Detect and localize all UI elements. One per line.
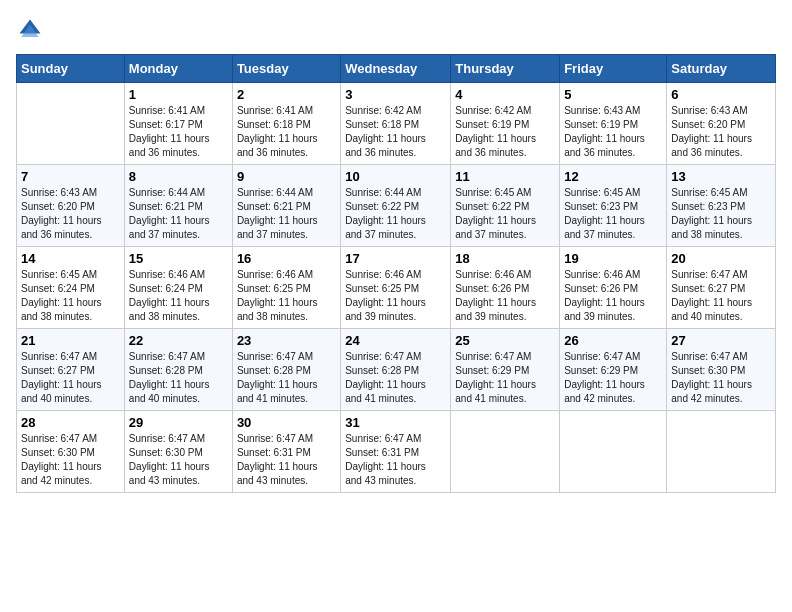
day-info: Sunrise: 6:47 AMSunset: 6:30 PMDaylight:… — [21, 432, 120, 488]
day-number: 17 — [345, 251, 446, 266]
calendar-cell: 18Sunrise: 6:46 AMSunset: 6:26 PMDayligh… — [451, 247, 560, 329]
day-info: Sunrise: 6:47 AMSunset: 6:27 PMDaylight:… — [671, 268, 771, 324]
day-number: 3 — [345, 87, 446, 102]
day-header-monday: Monday — [124, 55, 232, 83]
day-info: Sunrise: 6:47 AMSunset: 6:29 PMDaylight:… — [564, 350, 662, 406]
calendar-cell: 29Sunrise: 6:47 AMSunset: 6:30 PMDayligh… — [124, 411, 232, 493]
calendar-cell: 16Sunrise: 6:46 AMSunset: 6:25 PMDayligh… — [232, 247, 340, 329]
calendar-cell: 12Sunrise: 6:45 AMSunset: 6:23 PMDayligh… — [560, 165, 667, 247]
calendar-header-row: SundayMondayTuesdayWednesdayThursdayFrid… — [17, 55, 776, 83]
calendar-cell: 19Sunrise: 6:46 AMSunset: 6:26 PMDayligh… — [560, 247, 667, 329]
day-info: Sunrise: 6:47 AMSunset: 6:30 PMDaylight:… — [129, 432, 228, 488]
calendar-cell: 3Sunrise: 6:42 AMSunset: 6:18 PMDaylight… — [341, 83, 451, 165]
calendar-cell: 31Sunrise: 6:47 AMSunset: 6:31 PMDayligh… — [341, 411, 451, 493]
day-number: 20 — [671, 251, 771, 266]
day-number: 14 — [21, 251, 120, 266]
day-info: Sunrise: 6:45 AMSunset: 6:23 PMDaylight:… — [671, 186, 771, 242]
calendar-cell: 2Sunrise: 6:41 AMSunset: 6:18 PMDaylight… — [232, 83, 340, 165]
calendar-cell — [451, 411, 560, 493]
day-header-tuesday: Tuesday — [232, 55, 340, 83]
day-info: Sunrise: 6:46 AMSunset: 6:25 PMDaylight:… — [237, 268, 336, 324]
day-info: Sunrise: 6:46 AMSunset: 6:26 PMDaylight:… — [455, 268, 555, 324]
day-info: Sunrise: 6:46 AMSunset: 6:26 PMDaylight:… — [564, 268, 662, 324]
calendar-cell — [667, 411, 776, 493]
week-row-4: 21Sunrise: 6:47 AMSunset: 6:27 PMDayligh… — [17, 329, 776, 411]
day-number: 4 — [455, 87, 555, 102]
day-info: Sunrise: 6:47 AMSunset: 6:30 PMDaylight:… — [671, 350, 771, 406]
day-info: Sunrise: 6:44 AMSunset: 6:21 PMDaylight:… — [237, 186, 336, 242]
calendar-cell: 9Sunrise: 6:44 AMSunset: 6:21 PMDaylight… — [232, 165, 340, 247]
day-header-friday: Friday — [560, 55, 667, 83]
day-info: Sunrise: 6:43 AMSunset: 6:20 PMDaylight:… — [21, 186, 120, 242]
day-number: 15 — [129, 251, 228, 266]
day-info: Sunrise: 6:47 AMSunset: 6:28 PMDaylight:… — [345, 350, 446, 406]
day-info: Sunrise: 6:47 AMSunset: 6:27 PMDaylight:… — [21, 350, 120, 406]
calendar-cell: 28Sunrise: 6:47 AMSunset: 6:30 PMDayligh… — [17, 411, 125, 493]
day-number: 21 — [21, 333, 120, 348]
day-number: 25 — [455, 333, 555, 348]
day-header-sunday: Sunday — [17, 55, 125, 83]
calendar-cell: 30Sunrise: 6:47 AMSunset: 6:31 PMDayligh… — [232, 411, 340, 493]
day-header-wednesday: Wednesday — [341, 55, 451, 83]
calendar-cell: 5Sunrise: 6:43 AMSunset: 6:19 PMDaylight… — [560, 83, 667, 165]
day-number: 16 — [237, 251, 336, 266]
day-number: 26 — [564, 333, 662, 348]
calendar-cell: 20Sunrise: 6:47 AMSunset: 6:27 PMDayligh… — [667, 247, 776, 329]
calendar-cell: 15Sunrise: 6:46 AMSunset: 6:24 PMDayligh… — [124, 247, 232, 329]
day-info: Sunrise: 6:44 AMSunset: 6:22 PMDaylight:… — [345, 186, 446, 242]
day-number: 11 — [455, 169, 555, 184]
day-number: 27 — [671, 333, 771, 348]
calendar-cell: 6Sunrise: 6:43 AMSunset: 6:20 PMDaylight… — [667, 83, 776, 165]
day-info: Sunrise: 6:41 AMSunset: 6:17 PMDaylight:… — [129, 104, 228, 160]
day-info: Sunrise: 6:45 AMSunset: 6:22 PMDaylight:… — [455, 186, 555, 242]
calendar-cell: 7Sunrise: 6:43 AMSunset: 6:20 PMDaylight… — [17, 165, 125, 247]
calendar-cell: 25Sunrise: 6:47 AMSunset: 6:29 PMDayligh… — [451, 329, 560, 411]
calendar-cell: 8Sunrise: 6:44 AMSunset: 6:21 PMDaylight… — [124, 165, 232, 247]
calendar-cell: 4Sunrise: 6:42 AMSunset: 6:19 PMDaylight… — [451, 83, 560, 165]
week-row-5: 28Sunrise: 6:47 AMSunset: 6:30 PMDayligh… — [17, 411, 776, 493]
day-info: Sunrise: 6:42 AMSunset: 6:18 PMDaylight:… — [345, 104, 446, 160]
day-number: 6 — [671, 87, 771, 102]
week-row-2: 7Sunrise: 6:43 AMSunset: 6:20 PMDaylight… — [17, 165, 776, 247]
week-row-3: 14Sunrise: 6:45 AMSunset: 6:24 PMDayligh… — [17, 247, 776, 329]
calendar-cell — [560, 411, 667, 493]
day-info: Sunrise: 6:43 AMSunset: 6:20 PMDaylight:… — [671, 104, 771, 160]
day-info: Sunrise: 6:45 AMSunset: 6:23 PMDaylight:… — [564, 186, 662, 242]
calendar-cell: 10Sunrise: 6:44 AMSunset: 6:22 PMDayligh… — [341, 165, 451, 247]
day-info: Sunrise: 6:44 AMSunset: 6:21 PMDaylight:… — [129, 186, 228, 242]
day-info: Sunrise: 6:41 AMSunset: 6:18 PMDaylight:… — [237, 104, 336, 160]
day-number: 10 — [345, 169, 446, 184]
day-info: Sunrise: 6:47 AMSunset: 6:29 PMDaylight:… — [455, 350, 555, 406]
day-number: 5 — [564, 87, 662, 102]
day-info: Sunrise: 6:47 AMSunset: 6:28 PMDaylight:… — [237, 350, 336, 406]
day-info: Sunrise: 6:45 AMSunset: 6:24 PMDaylight:… — [21, 268, 120, 324]
calendar-cell: 22Sunrise: 6:47 AMSunset: 6:28 PMDayligh… — [124, 329, 232, 411]
week-row-1: 1Sunrise: 6:41 AMSunset: 6:17 PMDaylight… — [17, 83, 776, 165]
day-number: 9 — [237, 169, 336, 184]
calendar-cell: 17Sunrise: 6:46 AMSunset: 6:25 PMDayligh… — [341, 247, 451, 329]
day-number: 22 — [129, 333, 228, 348]
day-number: 28 — [21, 415, 120, 430]
day-number: 24 — [345, 333, 446, 348]
calendar-cell: 24Sunrise: 6:47 AMSunset: 6:28 PMDayligh… — [341, 329, 451, 411]
calendar-cell: 13Sunrise: 6:45 AMSunset: 6:23 PMDayligh… — [667, 165, 776, 247]
day-number: 12 — [564, 169, 662, 184]
day-info: Sunrise: 6:47 AMSunset: 6:31 PMDaylight:… — [345, 432, 446, 488]
day-number: 8 — [129, 169, 228, 184]
day-number: 1 — [129, 87, 228, 102]
day-info: Sunrise: 6:47 AMSunset: 6:28 PMDaylight:… — [129, 350, 228, 406]
day-number: 29 — [129, 415, 228, 430]
logo-icon — [16, 16, 44, 44]
day-info: Sunrise: 6:46 AMSunset: 6:25 PMDaylight:… — [345, 268, 446, 324]
day-number: 2 — [237, 87, 336, 102]
day-number: 30 — [237, 415, 336, 430]
day-info: Sunrise: 6:42 AMSunset: 6:19 PMDaylight:… — [455, 104, 555, 160]
day-header-thursday: Thursday — [451, 55, 560, 83]
calendar-cell: 23Sunrise: 6:47 AMSunset: 6:28 PMDayligh… — [232, 329, 340, 411]
logo — [16, 16, 48, 44]
calendar-cell: 14Sunrise: 6:45 AMSunset: 6:24 PMDayligh… — [17, 247, 125, 329]
day-header-saturday: Saturday — [667, 55, 776, 83]
calendar-cell: 26Sunrise: 6:47 AMSunset: 6:29 PMDayligh… — [560, 329, 667, 411]
calendar-cell: 11Sunrise: 6:45 AMSunset: 6:22 PMDayligh… — [451, 165, 560, 247]
day-info: Sunrise: 6:47 AMSunset: 6:31 PMDaylight:… — [237, 432, 336, 488]
